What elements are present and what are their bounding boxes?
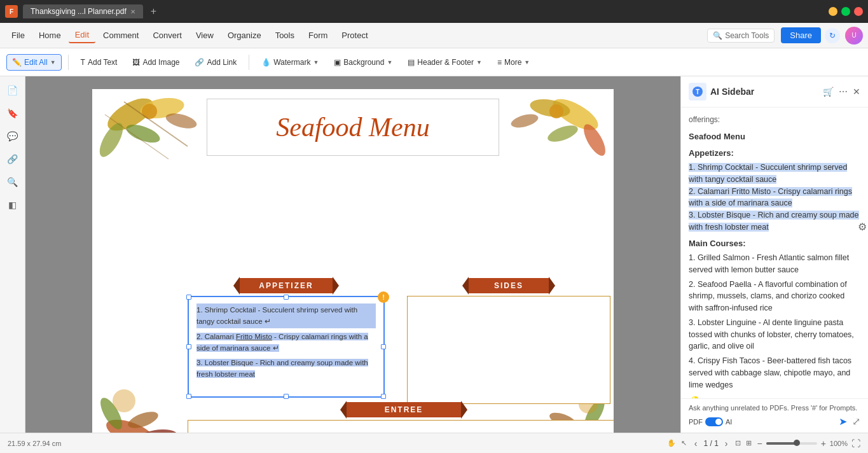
ai-main-course-1: 1. Grilled Salmon - Fresh Atlantic salmo… [689, 252, 860, 276]
background-icon: ▣ [334, 58, 341, 67]
title-bar: F Thanksgiving ...l Planner.pdf ✕ + [0, 0, 868, 23]
close-tab-button[interactable]: ✕ [130, 8, 135, 15]
thumbnail-view-icon[interactable]: ⊞ [746, 439, 752, 447]
zoom-slider[interactable] [766, 442, 817, 445]
ai-pdf-toggle[interactable]: PDF AI [689, 417, 732, 426]
divider-2 [249, 55, 249, 70]
watermark-icon: 💧 [261, 58, 271, 67]
menu-protect[interactable]: Protect [335, 28, 374, 43]
toggle-switch[interactable] [705, 417, 723, 426]
menu-form[interactable]: Form [302, 28, 334, 43]
entree-section: ENTREE [188, 401, 614, 433]
leaf-decoration-tr [486, 89, 614, 216]
sidebar-item-pages[interactable]: 📄 [4, 81, 22, 99]
menu-organize[interactable]: Organize [221, 28, 268, 43]
ai-main-courses-heading: Main Courses: [689, 237, 860, 250]
hand-tool-icon[interactable]: ✋ [667, 439, 676, 447]
menu-bar: File Home Edit Comment Convert View Orga… [0, 23, 868, 48]
zoom-slider-thumb[interactable] [794, 440, 800, 446]
resize-handle-tl[interactable] [186, 295, 191, 300]
text-icon: T [81, 58, 85, 67]
edit-icon: ✏️ [12, 58, 22, 67]
add-tab-button[interactable]: + [151, 6, 156, 17]
settings-panel-icon[interactable]: ⚙ [845, 76, 868, 433]
add-text-button[interactable]: T Add Text [75, 54, 123, 71]
resize-handle-bl[interactable] [186, 394, 191, 399]
add-link-button[interactable]: 🔗 Add Link [189, 54, 242, 71]
menu-edit[interactable]: Edit [69, 27, 95, 43]
entree-left-arrow [340, 401, 347, 419]
sidebar-item-bookmarks[interactable]: 🔖 [4, 104, 22, 122]
sidebar-item-layers[interactable]: ◧ [4, 196, 22, 214]
zoom-in-button[interactable]: + [821, 438, 826, 449]
svg-point-18 [113, 389, 135, 412]
tab-label: Thanksgiving ...l Planner.pdf [31, 7, 127, 16]
resize-handle-ml[interactable] [186, 344, 191, 349]
sides-content-box[interactable] [407, 296, 610, 404]
canvas-area[interactable]: Seafood Menu APPETIZER [25, 76, 680, 433]
ai-content-intro: offerings: [689, 114, 860, 125]
warning-icon: ! [378, 291, 389, 303]
chevron-down-icon: ▼ [476, 59, 482, 66]
watermark-button[interactable]: 💧 Watermark ▼ [256, 54, 324, 71]
more-button[interactable]: ≡ More ▼ [492, 54, 535, 71]
sidebar-item-comments[interactable]: 💬 [4, 127, 22, 145]
menu-home[interactable]: Home [32, 28, 67, 43]
menu-convert[interactable]: Convert [146, 28, 188, 43]
edit-all-button[interactable]: ✏️ Edit All ▼ [6, 54, 62, 71]
sides-section: SIDES [407, 277, 610, 404]
sidebar-item-search[interactable]: 🔍 [4, 173, 22, 191]
menu-tools[interactable]: Tools [269, 28, 301, 43]
divider-1 [68, 55, 69, 70]
entree-banner: ENTREE [347, 402, 462, 417]
entree-content-box[interactable] [188, 420, 614, 433]
resize-handle-bc[interactable] [284, 394, 289, 399]
fit-width-icon[interactable]: ⊡ [735, 439, 741, 447]
appetizer-item-1-highlighted: 1. Shrimp Cocktail - Succulent shrimp se… [196, 303, 376, 328]
sides-left-arrow [462, 277, 469, 295]
page-dimensions: 21.59 x 27.94 cm [8, 440, 61, 447]
appetizer-banner: APPETIZER [240, 278, 332, 293]
menu-title-box: Seafood Menu [207, 99, 499, 156]
ai-sidebar-header: T AI Sidebar 🛒 ⋯ ✕ ⚙ [681, 76, 868, 108]
ai-sidebar-title: AI Sidebar [710, 87, 819, 97]
active-tab[interactable]: Thanksgiving ...l Planner.pdf ✕ [23, 4, 143, 18]
search-icon: 🔍 [713, 31, 722, 40]
svg-point-4 [142, 104, 157, 119]
prev-page-button[interactable]: ‹ [692, 438, 700, 449]
edit-all-label: Edit All [24, 58, 48, 67]
ai-input-row: PDF AI ➤ ⤢ [689, 415, 860, 428]
pdf-page: Seafood Menu APPETIZER [92, 89, 614, 433]
menu-comment[interactable]: Comment [97, 28, 145, 43]
chevron-down-icon: ▼ [387, 59, 392, 66]
background-button[interactable]: ▣ Background ▼ [328, 54, 398, 71]
image-icon: 🖼 [132, 58, 140, 67]
ai-menu-name: Seafood Menu [689, 130, 860, 143]
search-tools-input[interactable]: 🔍 Search Tools [707, 29, 775, 43]
ai-main-course-2: 2. Seafood Paella - A flavorful combinat… [689, 279, 860, 314]
sides-banner: SIDES [469, 278, 549, 293]
sync-icon[interactable]: ↻ [825, 28, 840, 43]
bottom-toolbar: 21.59 x 27.94 cm ✋ ↖ ‹ 1 / 1 › ⊡ ⊞ − + 1… [0, 433, 868, 453]
zoom-out-button[interactable]: − [757, 438, 762, 449]
chevron-down-icon: ▼ [50, 59, 56, 66]
add-image-button[interactable]: 🖼 Add Image [127, 54, 185, 71]
menu-file[interactable]: File [5, 28, 31, 43]
ai-cart-icon[interactable]: 🛒 [823, 87, 834, 97]
sidebar-item-links[interactable]: 🔗 [4, 150, 22, 168]
resize-handle-tc[interactable] [284, 295, 289, 300]
ai-sidebar-footer: Ask anything unrelated to PDFs. Press '#… [681, 398, 868, 433]
share-button[interactable]: Share [781, 27, 821, 43]
resize-handle-br[interactable] [381, 394, 386, 399]
ai-sidebar-content: offerings: Seafood Menu Appetizers: 1. S… [681, 108, 868, 398]
appetizer-content-box[interactable]: ! 1. Shrimp Cocktail - Succulent shrimp … [188, 296, 385, 398]
menu-view[interactable]: View [189, 28, 220, 43]
svg-point-13 [509, 112, 539, 130]
minimize-button[interactable] [829, 7, 837, 16]
appetizer-item-2: 2. Calamari Fritto Misto - Crispy calama… [196, 331, 376, 354]
next-page-button[interactable]: › [722, 438, 731, 449]
select-tool-icon[interactable]: ↖ [681, 439, 687, 447]
page-navigation: ‹ 1 / 1 › [692, 438, 731, 449]
header-footer-button[interactable]: ▤ Header & Footer ▼ [402, 54, 488, 71]
resize-handle-mr[interactable] [381, 344, 386, 349]
